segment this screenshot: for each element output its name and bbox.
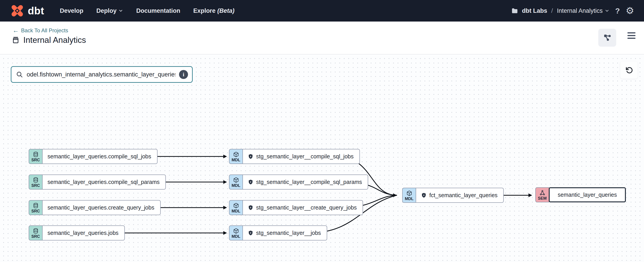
src-badge: SRC — [29, 200, 42, 215]
project-icon — [12, 36, 20, 44]
src-badge: SRC — [29, 225, 42, 240]
breadcrumb-separator: / — [551, 8, 554, 14]
database-icon — [33, 228, 39, 234]
mdl-badge-label: MDL — [232, 158, 240, 162]
nav-item-develop[interactable]: Develop — [60, 8, 83, 14]
breadcrumb-project-selector[interactable]: Internal Analytics — [557, 8, 609, 14]
src-badge-label: SRC — [31, 209, 40, 213]
node-mdl-stg-create-query-jobs[interactable]: MDL stg_semantic_layer__create_query_job… — [229, 200, 363, 215]
lineage-canvas[interactable]: odel.fishtown_internal_analytics.semanti… — [0, 55, 644, 262]
gear-icon[interactable]: ⚙ — [626, 6, 634, 16]
mdl-badge-label: MDL — [232, 234, 240, 239]
dbt-logo[interactable]: dbt — [10, 3, 44, 18]
back-to-projects-link[interactable]: ← Back To All Projects — [12, 27, 68, 34]
src-badge-label: SRC — [31, 158, 40, 162]
node-src-compile-sql-params[interactable]: SRC semantic_layer_queries.compile_sql_p… — [29, 174, 166, 189]
src-badge-label: SRC — [31, 234, 40, 239]
chevron-down-icon — [118, 8, 123, 13]
node-label: semantic_layer_queries.create_query_jobs — [48, 204, 154, 211]
back-link-label: Back To All Projects — [21, 27, 68, 34]
src-badge-label: SRC — [31, 183, 40, 188]
cube-icon — [233, 228, 239, 234]
node-mdl-stg-compile-sql-params[interactable]: MDL stg_semantic_layer__compile_sql_para… — [229, 174, 368, 189]
hamburger-menu-icon[interactable] — [628, 32, 636, 39]
dbt-logo-text: dbt — [28, 5, 44, 17]
nav-item-documentation[interactable]: Documentation — [136, 8, 180, 14]
node-mdl-stg-jobs[interactable]: MDL stg_semantic_layer__jobs — [229, 225, 327, 240]
shield-icon — [248, 205, 254, 210]
nav-item-explore-beta: (Beta) — [217, 8, 234, 14]
lineage-icon — [603, 34, 611, 42]
mdl-badge-label: MDL — [232, 183, 240, 188]
database-icon — [33, 202, 39, 209]
reset-icon — [625, 66, 633, 74]
nav-item-explore[interactable]: Explore (Beta) — [194, 8, 234, 14]
node-sem-semantic-layer-queries[interactable]: SEM semantic_layer_queries — [535, 187, 626, 202]
node-label: stg_semantic_layer__compile_sql_jobs — [256, 153, 354, 160]
sem-badge-label: SEM — [538, 196, 546, 201]
cube-icon — [233, 177, 239, 183]
mdl-badge: MDL — [229, 225, 243, 240]
lineage-view-button[interactable] — [598, 29, 616, 47]
node-label: semantic_layer_queries.jobs — [48, 230, 118, 236]
shield-icon — [248, 179, 254, 185]
top-nav: dbt Develop Deploy Documentation Explore… — [0, 0, 644, 22]
node-label: fct_semantic_layer_queries — [429, 192, 498, 198]
database-icon — [33, 151, 39, 157]
node-mdl-fct-semantic-layer-queries[interactable]: MDL fct_semantic_layer_queries — [402, 188, 504, 203]
nav-menu: Develop Deploy Documentation Explore (Be… — [60, 8, 234, 14]
node-label: stg_semantic_layer__create_query_jobs — [256, 204, 357, 211]
page-title: Internal Analytics — [23, 36, 86, 45]
search-input[interactable]: odel.fishtown_internal_analytics.semanti… — [27, 71, 176, 78]
node-src-compile-sql-jobs[interactable]: SRC semantic_layer_queries.compile_sql_j… — [29, 149, 158, 164]
node-label: stg_semantic_layer__jobs — [256, 230, 321, 236]
node-label: semantic_layer_queries.compile_sql_param… — [48, 179, 160, 185]
nav-right: dbt Labs / Internal Analytics ? ⚙ — [511, 6, 634, 16]
breadcrumb-account[interactable]: dbt Labs — [522, 8, 547, 14]
dbt-logo-icon — [10, 3, 25, 18]
sem-badge: SEM — [535, 187, 549, 202]
shield-icon — [248, 154, 254, 159]
node-label: stg_semantic_layer__compile_sql_params — [256, 179, 362, 185]
src-badge: SRC — [29, 149, 42, 164]
back-arrow-icon: ← — [12, 27, 19, 34]
title-row: Internal Analytics — [12, 36, 86, 45]
lineage-search-box[interactable]: odel.fishtown_internal_analytics.semanti… — [11, 66, 193, 83]
cube-icon — [233, 151, 239, 157]
mdl-badge-label: MDL — [232, 209, 240, 213]
shield-icon — [421, 192, 427, 198]
breadcrumb-project-label: Internal Analytics — [557, 8, 602, 14]
cube-icon — [406, 190, 412, 196]
mdl-badge: MDL — [229, 200, 243, 215]
database-icon — [33, 177, 39, 183]
mdl-badge: MDL — [229, 149, 243, 164]
node-src-jobs[interactable]: SRC semantic_layer_queries.jobs — [29, 225, 125, 240]
nav-item-deploy[interactable]: Deploy — [96, 8, 123, 14]
node-src-create-query-jobs[interactable]: SRC semantic_layer_queries.create_query_… — [29, 200, 161, 215]
cube-icon — [233, 202, 239, 209]
search-icon — [16, 71, 23, 78]
shield-icon — [248, 230, 254, 236]
folder-icon — [511, 7, 518, 14]
src-badge: SRC — [29, 174, 42, 189]
node-label: semantic_layer_queries.compile_sql_jobs — [48, 153, 151, 160]
semantic-graph-icon — [539, 190, 546, 196]
reset-view-button[interactable] — [620, 61, 638, 79]
node-label: semantic_layer_queries — [558, 192, 617, 198]
info-icon[interactable]: i — [179, 70, 188, 79]
nav-item-deploy-label: Deploy — [96, 8, 116, 14]
page-header: ← Back To All Projects Internal Analytic… — [0, 22, 644, 55]
node-mdl-stg-compile-sql-jobs[interactable]: MDL stg_semantic_layer__compile_sql_jobs — [229, 149, 360, 164]
mdl-badge: MDL — [229, 174, 243, 189]
breadcrumb: dbt Labs / Internal Analytics — [511, 7, 609, 14]
mdl-badge: MDL — [402, 188, 416, 203]
help-icon[interactable]: ? — [615, 7, 620, 15]
mdl-badge-label: MDL — [405, 196, 414, 201]
nav-item-explore-label: Explore — [194, 8, 216, 14]
chevron-down-icon — [604, 8, 610, 13]
